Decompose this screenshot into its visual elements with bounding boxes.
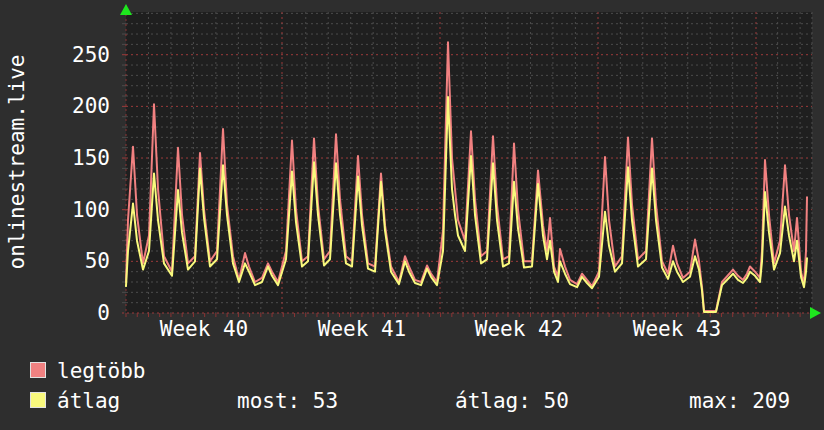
y-axis-tick-label: 200 (0, 94, 110, 118)
legend-label-legtobb: legtöbb (57, 361, 146, 382)
x-axis-week-label: Week 41 (282, 317, 442, 341)
stat-max: max: 209 (689, 391, 790, 412)
x-axis-week-label: Week 43 (597, 317, 757, 341)
y-axis-tick-label: 250 (0, 43, 110, 67)
legend-label-atlag: átlag (57, 391, 120, 412)
y-axis-tick-label: 50 (0, 249, 110, 273)
x-axis-week-label: Week 42 (439, 317, 599, 341)
x-axis-arrow-icon (810, 307, 821, 319)
y-axis-arrow-icon (120, 4, 132, 15)
y-axis-tick-label: 150 (0, 146, 110, 170)
legend-swatch-legtobb (30, 362, 46, 378)
rrd-graph: onlinestream.live 050100150200250Week 40… (0, 0, 824, 430)
legend-swatch-atlag (30, 392, 46, 408)
y-axis-tick-label: 100 (0, 198, 110, 222)
stat-atlag: átlag: 50 (455, 391, 569, 412)
stat-most: most: 53 (237, 391, 338, 412)
x-axis-week-label: Week 40 (124, 317, 284, 341)
y-axis-tick-label: 0 (0, 301, 110, 325)
